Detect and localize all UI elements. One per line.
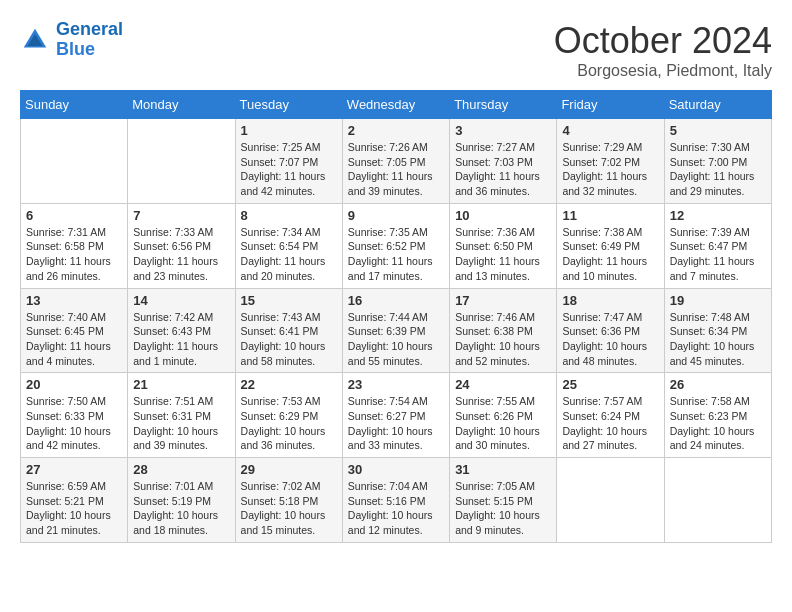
day-number: 27 [26, 462, 122, 477]
logo-line2: Blue [56, 39, 95, 59]
calendar-cell: 23Sunrise: 7:54 AM Sunset: 6:27 PM Dayli… [342, 373, 449, 458]
calendar-week-row: 6Sunrise: 7:31 AM Sunset: 6:58 PM Daylig… [21, 203, 772, 288]
day-info: Sunrise: 7:29 AM Sunset: 7:02 PM Dayligh… [562, 140, 658, 199]
calendar-cell: 1Sunrise: 7:25 AM Sunset: 7:07 PM Daylig… [235, 119, 342, 204]
day-number: 12 [670, 208, 766, 223]
day-info: Sunrise: 6:59 AM Sunset: 5:21 PM Dayligh… [26, 479, 122, 538]
calendar-cell [557, 458, 664, 543]
calendar-cell: 13Sunrise: 7:40 AM Sunset: 6:45 PM Dayli… [21, 288, 128, 373]
day-info: Sunrise: 7:53 AM Sunset: 6:29 PM Dayligh… [241, 394, 337, 453]
day-number: 9 [348, 208, 444, 223]
calendar-cell [664, 458, 771, 543]
calendar-cell: 22Sunrise: 7:53 AM Sunset: 6:29 PM Dayli… [235, 373, 342, 458]
calendar-cell: 17Sunrise: 7:46 AM Sunset: 6:38 PM Dayli… [450, 288, 557, 373]
calendar-week-row: 27Sunrise: 6:59 AM Sunset: 5:21 PM Dayli… [21, 458, 772, 543]
calendar-cell [128, 119, 235, 204]
day-number: 28 [133, 462, 229, 477]
day-info: Sunrise: 7:42 AM Sunset: 6:43 PM Dayligh… [133, 310, 229, 369]
day-number: 4 [562, 123, 658, 138]
day-number: 8 [241, 208, 337, 223]
calendar-cell: 2Sunrise: 7:26 AM Sunset: 7:05 PM Daylig… [342, 119, 449, 204]
day-info: Sunrise: 7:05 AM Sunset: 5:15 PM Dayligh… [455, 479, 551, 538]
title-block: October 2024 Borgosesia, Piedmont, Italy [554, 20, 772, 80]
day-info: Sunrise: 7:04 AM Sunset: 5:16 PM Dayligh… [348, 479, 444, 538]
month-title: October 2024 [554, 20, 772, 62]
day-number: 20 [26, 377, 122, 392]
day-info: Sunrise: 7:40 AM Sunset: 6:45 PM Dayligh… [26, 310, 122, 369]
day-info: Sunrise: 7:54 AM Sunset: 6:27 PM Dayligh… [348, 394, 444, 453]
day-number: 7 [133, 208, 229, 223]
weekday-header-cell: Sunday [21, 91, 128, 119]
day-info: Sunrise: 7:46 AM Sunset: 6:38 PM Dayligh… [455, 310, 551, 369]
logo-text: General Blue [56, 20, 123, 60]
calendar-body: 1Sunrise: 7:25 AM Sunset: 7:07 PM Daylig… [21, 119, 772, 543]
day-number: 16 [348, 293, 444, 308]
day-info: Sunrise: 7:02 AM Sunset: 5:18 PM Dayligh… [241, 479, 337, 538]
day-info: Sunrise: 7:51 AM Sunset: 6:31 PM Dayligh… [133, 394, 229, 453]
day-info: Sunrise: 7:55 AM Sunset: 6:26 PM Dayligh… [455, 394, 551, 453]
calendar-cell: 14Sunrise: 7:42 AM Sunset: 6:43 PM Dayli… [128, 288, 235, 373]
calendar-cell: 16Sunrise: 7:44 AM Sunset: 6:39 PM Dayli… [342, 288, 449, 373]
day-number: 24 [455, 377, 551, 392]
day-number: 11 [562, 208, 658, 223]
calendar-cell: 19Sunrise: 7:48 AM Sunset: 6:34 PM Dayli… [664, 288, 771, 373]
day-number: 22 [241, 377, 337, 392]
location-subtitle: Borgosesia, Piedmont, Italy [554, 62, 772, 80]
day-info: Sunrise: 7:33 AM Sunset: 6:56 PM Dayligh… [133, 225, 229, 284]
weekday-header-cell: Wednesday [342, 91, 449, 119]
calendar-cell: 31Sunrise: 7:05 AM Sunset: 5:15 PM Dayli… [450, 458, 557, 543]
day-number: 31 [455, 462, 551, 477]
calendar-cell: 30Sunrise: 7:04 AM Sunset: 5:16 PM Dayli… [342, 458, 449, 543]
day-info: Sunrise: 7:43 AM Sunset: 6:41 PM Dayligh… [241, 310, 337, 369]
logo-icon [20, 25, 50, 55]
day-number: 18 [562, 293, 658, 308]
calendar-cell: 10Sunrise: 7:36 AM Sunset: 6:50 PM Dayli… [450, 203, 557, 288]
day-info: Sunrise: 7:47 AM Sunset: 6:36 PM Dayligh… [562, 310, 658, 369]
day-number: 2 [348, 123, 444, 138]
calendar-week-row: 20Sunrise: 7:50 AM Sunset: 6:33 PM Dayli… [21, 373, 772, 458]
day-number: 25 [562, 377, 658, 392]
day-info: Sunrise: 7:39 AM Sunset: 6:47 PM Dayligh… [670, 225, 766, 284]
calendar-cell: 6Sunrise: 7:31 AM Sunset: 6:58 PM Daylig… [21, 203, 128, 288]
day-number: 26 [670, 377, 766, 392]
day-number: 14 [133, 293, 229, 308]
weekday-header-cell: Saturday [664, 91, 771, 119]
calendar-cell [21, 119, 128, 204]
weekday-header-cell: Tuesday [235, 91, 342, 119]
calendar-cell: 9Sunrise: 7:35 AM Sunset: 6:52 PM Daylig… [342, 203, 449, 288]
day-info: Sunrise: 7:01 AM Sunset: 5:19 PM Dayligh… [133, 479, 229, 538]
calendar-cell: 5Sunrise: 7:30 AM Sunset: 7:00 PM Daylig… [664, 119, 771, 204]
day-number: 21 [133, 377, 229, 392]
calendar-cell: 7Sunrise: 7:33 AM Sunset: 6:56 PM Daylig… [128, 203, 235, 288]
logo: General Blue [20, 20, 123, 60]
day-info: Sunrise: 7:57 AM Sunset: 6:24 PM Dayligh… [562, 394, 658, 453]
day-info: Sunrise: 7:27 AM Sunset: 7:03 PM Dayligh… [455, 140, 551, 199]
day-number: 29 [241, 462, 337, 477]
weekday-header-row: SundayMondayTuesdayWednesdayThursdayFrid… [21, 91, 772, 119]
calendar-cell: 3Sunrise: 7:27 AM Sunset: 7:03 PM Daylig… [450, 119, 557, 204]
day-number: 19 [670, 293, 766, 308]
day-info: Sunrise: 7:44 AM Sunset: 6:39 PM Dayligh… [348, 310, 444, 369]
logo-line1: General [56, 19, 123, 39]
day-number: 15 [241, 293, 337, 308]
calendar-cell: 11Sunrise: 7:38 AM Sunset: 6:49 PM Dayli… [557, 203, 664, 288]
day-number: 13 [26, 293, 122, 308]
day-info: Sunrise: 7:30 AM Sunset: 7:00 PM Dayligh… [670, 140, 766, 199]
day-info: Sunrise: 7:25 AM Sunset: 7:07 PM Dayligh… [241, 140, 337, 199]
calendar-cell: 21Sunrise: 7:51 AM Sunset: 6:31 PM Dayli… [128, 373, 235, 458]
day-number: 23 [348, 377, 444, 392]
calendar-cell: 27Sunrise: 6:59 AM Sunset: 5:21 PM Dayli… [21, 458, 128, 543]
day-info: Sunrise: 7:26 AM Sunset: 7:05 PM Dayligh… [348, 140, 444, 199]
day-info: Sunrise: 7:58 AM Sunset: 6:23 PM Dayligh… [670, 394, 766, 453]
calendar-cell: 24Sunrise: 7:55 AM Sunset: 6:26 PM Dayli… [450, 373, 557, 458]
day-info: Sunrise: 7:34 AM Sunset: 6:54 PM Dayligh… [241, 225, 337, 284]
calendar-cell: 25Sunrise: 7:57 AM Sunset: 6:24 PM Dayli… [557, 373, 664, 458]
calendar-cell: 15Sunrise: 7:43 AM Sunset: 6:41 PM Dayli… [235, 288, 342, 373]
day-info: Sunrise: 7:48 AM Sunset: 6:34 PM Dayligh… [670, 310, 766, 369]
calendar-cell: 28Sunrise: 7:01 AM Sunset: 5:19 PM Dayli… [128, 458, 235, 543]
weekday-header-cell: Thursday [450, 91, 557, 119]
day-info: Sunrise: 7:36 AM Sunset: 6:50 PM Dayligh… [455, 225, 551, 284]
calendar-cell: 18Sunrise: 7:47 AM Sunset: 6:36 PM Dayli… [557, 288, 664, 373]
calendar-cell: 12Sunrise: 7:39 AM Sunset: 6:47 PM Dayli… [664, 203, 771, 288]
day-number: 17 [455, 293, 551, 308]
